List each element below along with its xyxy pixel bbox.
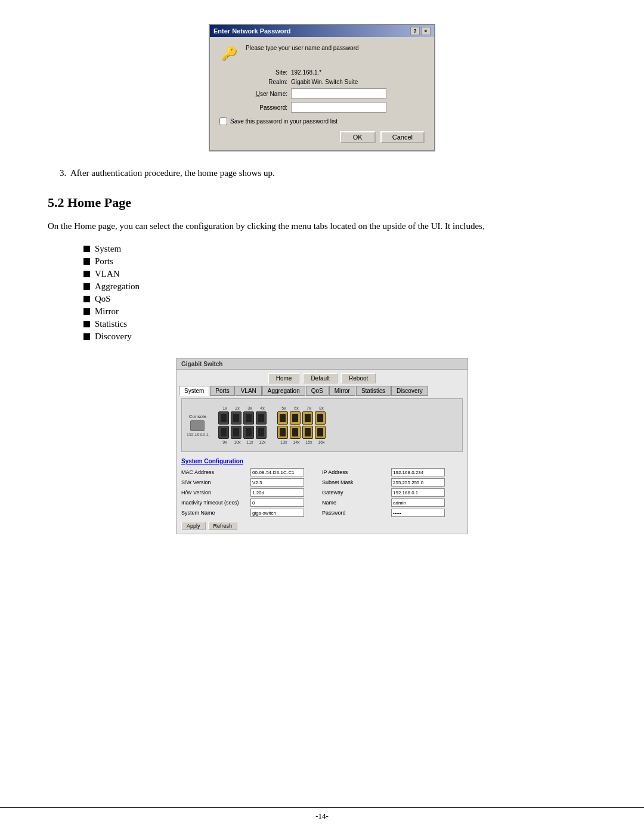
console-label: Console: [189, 414, 206, 419]
save-password-row[interactable]: Save this password in your password list: [219, 117, 425, 125]
username-row[interactable]: User Name:: [246, 88, 425, 99]
name-input[interactable]: [391, 498, 445, 507]
site-label: Site:: [246, 69, 287, 76]
name-row: Name: [322, 498, 463, 507]
bullet-icon: [83, 271, 90, 277]
auth-dialog-screenshot: Enter Network Password ? × 🔑 Please type…: [48, 24, 596, 151]
port-4: [256, 411, 267, 425]
dialog-titlebar-buttons: ? ×: [410, 27, 431, 35]
bullet-icon: [83, 308, 90, 315]
port-2: [231, 411, 242, 425]
list-item: Statistics: [83, 319, 596, 329]
port-15: [302, 426, 313, 439]
config-bottom-buttons: Apply Refresh: [181, 522, 463, 530]
name-label: Name: [322, 500, 388, 506]
apply-button[interactable]: Apply: [181, 522, 206, 530]
port-14: [290, 426, 301, 439]
dialog-action-buttons: OK Cancel: [219, 131, 425, 143]
ports-top-2: [277, 411, 327, 425]
subnet-input[interactable]: [391, 478, 445, 487]
step-number: 3.: [60, 168, 66, 178]
home-button[interactable]: Home: [268, 373, 300, 383]
port-3: [243, 411, 254, 425]
port-9: [218, 426, 229, 439]
timeout-input[interactable]: [250, 498, 304, 507]
config-section: System Configuration MAC Address S/W Ver…: [177, 454, 467, 534]
page-number: -14-: [315, 812, 329, 820]
tab-discovery[interactable]: Discovery: [391, 386, 428, 396]
step-description: After authentication procedure, the home…: [70, 168, 275, 178]
hw-version-label: H/W Version: [181, 490, 247, 496]
tab-vlan[interactable]: VLAN: [236, 386, 262, 396]
key-icon: 🔑: [219, 44, 239, 63]
subnet-label: Subnet Mask: [322, 479, 388, 485]
sw-version-input[interactable]: [250, 478, 304, 487]
dialog-icon-row: 🔑 Please type your user name and passwor…: [219, 44, 425, 63]
auth-dialog: Enter Network Password ? × 🔑 Please type…: [209, 24, 435, 151]
refresh-button[interactable]: Refresh: [208, 522, 238, 530]
ok-button[interactable]: OK: [340, 131, 376, 143]
gateway-row: Gateway: [322, 488, 463, 497]
section-heading: 5.2 Home Page: [48, 195, 596, 210]
save-password-label: Save this password in your password list: [230, 118, 338, 125]
tab-mirror[interactable]: Mirror: [329, 386, 355, 396]
hw-version-row: H/W Version: [181, 488, 322, 497]
dialog-help-button[interactable]: ?: [410, 27, 420, 35]
port-bottom-labels-2: 13x 14x 15x 16x: [278, 440, 327, 444]
realm-label: Realm:: [246, 79, 287, 85]
cancel-button[interactable]: Cancel: [380, 131, 425, 143]
hw-version-input[interactable]: [250, 488, 304, 497]
timeout-label: Inactivity Timeout (secs): [181, 500, 247, 506]
save-password-checkbox[interactable]: [219, 117, 227, 125]
bullet-icon: [83, 246, 90, 252]
port-1: [218, 411, 229, 425]
tab-system[interactable]: System: [179, 386, 209, 396]
ports-bottom-1: [218, 426, 268, 439]
site-value: 192.168.1.*: [291, 69, 321, 76]
dialog-close-button[interactable]: ×: [421, 27, 431, 35]
switch-panel: Gigabit Switch Home Default Reboot Syste…: [176, 358, 468, 534]
list-item: Discovery: [83, 332, 596, 342]
bullet-icon: [83, 258, 90, 265]
config-left-col: MAC Address S/W Version H/W Version: [181, 468, 322, 517]
pass-label: Password: [322, 510, 388, 516]
ip-label: IP Address: [322, 469, 388, 475]
sw-version-row: S/W Version: [181, 478, 322, 487]
password-input[interactable]: [291, 102, 386, 113]
tab-aggregation[interactable]: Aggregation: [262, 386, 305, 396]
ip-input[interactable]: [391, 468, 445, 476]
realm-row: Realm: Gigabit Win. Switch Suite: [246, 79, 425, 85]
port-7: [302, 411, 313, 425]
bullet-icon: [83, 321, 90, 327]
pass-row: Password: [322, 509, 463, 517]
pass-input[interactable]: [391, 509, 445, 517]
password-row[interactable]: Password:: [246, 102, 425, 113]
sysname-label: System Name: [181, 510, 247, 516]
tab-qos[interactable]: QoS: [306, 386, 329, 396]
dialog-fields: Site: 192.168.1.* Realm: Gigabit Win. Sw…: [246, 69, 425, 113]
list-item: QoS: [83, 294, 596, 304]
timeout-row: Inactivity Timeout (secs): [181, 498, 322, 507]
list-item: Ports: [83, 256, 596, 267]
tab-ports[interactable]: Ports: [210, 386, 234, 396]
mac-input[interactable]: [250, 468, 304, 476]
port-group-1: 1x 2x 3x 4x: [218, 406, 268, 444]
feature-list: System Ports VLAN Aggregation QoS Mirror…: [83, 244, 596, 342]
port-12: [256, 426, 267, 439]
port-10: [231, 426, 242, 439]
tab-statistics[interactable]: Statistics: [356, 386, 391, 396]
username-input[interactable]: [291, 88, 386, 99]
default-button[interactable]: Default: [303, 373, 338, 383]
switch-screenshot: Gigabit Switch Home Default Reboot Syste…: [48, 358, 596, 534]
password-label: Password:: [246, 104, 287, 111]
ip-row: IP Address: [322, 468, 463, 476]
reboot-button[interactable]: Reboot: [341, 373, 376, 383]
console-port: Console 192.168.0.1: [187, 414, 209, 436]
port-13: [277, 426, 288, 439]
gateway-input[interactable]: [391, 488, 445, 497]
sysname-input[interactable]: [250, 509, 304, 517]
config-title: System Configuration: [181, 458, 463, 465]
username-label: User Name:: [246, 91, 287, 97]
port-8: [315, 411, 326, 425]
list-item: System: [83, 244, 596, 254]
